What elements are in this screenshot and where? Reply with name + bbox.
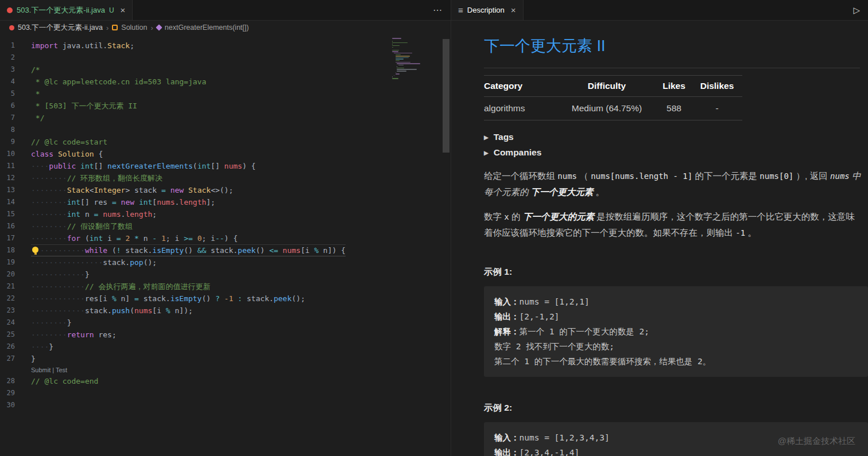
more-actions-icon[interactable]: ⋯ bbox=[433, 5, 443, 15]
chevron-right-icon: ▶ bbox=[484, 134, 489, 141]
minimap[interactable] bbox=[392, 38, 440, 83]
line-number: 6 bbox=[0, 100, 31, 112]
code-line-content: ············} bbox=[31, 268, 90, 280]
line-number: 13 bbox=[0, 184, 31, 196]
problem-title: 下一个更大元素 II bbox=[484, 36, 868, 56]
line-number: 9 bbox=[0, 136, 31, 148]
example-key: 输入： bbox=[494, 433, 520, 442]
editor-scrollbar[interactable] bbox=[441, 34, 451, 456]
example-line: 输入：nums = [1,2,1] bbox=[494, 294, 858, 309]
codelens-actions[interactable]: Submit | Test bbox=[0, 365, 391, 375]
code-line[interactable]: 1import java.util.Stack; bbox=[0, 40, 391, 52]
stats-category: algorithms bbox=[484, 97, 557, 120]
minimap-line bbox=[396, 72, 396, 73]
code-line-content: ············while (! stack.isEmpty() && … bbox=[31, 244, 346, 256]
code-line[interactable]: 10class Solution { bbox=[0, 148, 391, 160]
code-line[interactable]: 5 * bbox=[0, 88, 391, 100]
companies-toggle[interactable]: ▶ Companies bbox=[484, 147, 868, 158]
lightbulb-icon[interactable] bbox=[31, 246, 41, 255]
companies-label: Companies bbox=[494, 147, 542, 158]
minimap-line bbox=[392, 51, 398, 52]
minimap-line bbox=[397, 69, 416, 70]
scrollbar-thumb[interactable] bbox=[443, 39, 450, 153]
line-number: 16 bbox=[0, 220, 31, 232]
code-lines: 1import java.util.Stack;23/*4 * @lc app=… bbox=[0, 40, 391, 411]
code-line[interactable]: 17········for (int i = 2 * n - 1; i >= 0… bbox=[0, 232, 391, 244]
line-number: 14 bbox=[0, 196, 31, 208]
code-line-content: ········// 环形数组，翻倍长度解决 bbox=[31, 172, 162, 184]
code-line[interactable]: 15········int n = nums.length; bbox=[0, 208, 391, 220]
code-line[interactable]: 11····public int[] nextGreaterElements(i… bbox=[0, 160, 391, 172]
code-line[interactable]: 18············while (! stack.isEmpty() &… bbox=[0, 244, 391, 256]
minimap-line bbox=[397, 66, 397, 67]
breadcrumb: 503.下一个更大元素-ii.java › Solution › nextGre… bbox=[0, 21, 451, 34]
code-line-content: ········return res; bbox=[31, 329, 117, 341]
description-tab-label: Description bbox=[467, 6, 505, 14]
code-line[interactable]: 20············} bbox=[0, 268, 391, 280]
breadcrumb-file[interactable]: 503.下一个更大元素-ii.java bbox=[18, 23, 103, 33]
code-line[interactable]: 24········} bbox=[0, 317, 391, 329]
line-number: 27 bbox=[0, 353, 31, 365]
code-line[interactable]: 12········// 环形数组，翻倍长度解决 bbox=[0, 172, 391, 184]
code-line[interactable]: 22············res[i % n] = stack.isEmpty… bbox=[0, 293, 391, 305]
breadcrumb-class[interactable]: Solution bbox=[121, 24, 147, 32]
run-icon[interactable]: ▷ bbox=[853, 5, 860, 15]
breadcrumb-method[interactable]: nextGreaterElements(int[]) bbox=[165, 24, 249, 32]
line-number: 11 bbox=[0, 160, 31, 172]
panel-tabbar: ≡ Description × ▷ bbox=[451, 0, 868, 21]
code-line[interactable]: 4 * @lc app=leetcode.cn id=503 lang=java bbox=[0, 76, 391, 88]
tags-toggle[interactable]: ▶ Tags bbox=[484, 132, 868, 142]
example-block: 输入：nums = [1,2,1]输出：[2,-1,2]解释：第一个 1 的下一… bbox=[484, 286, 868, 377]
code-line-content: ············stack.push(nums[i % n]); bbox=[31, 305, 193, 317]
code-line-content: ········int n = nums.length; bbox=[31, 208, 157, 220]
line-number: 21 bbox=[0, 280, 31, 293]
minimap-line bbox=[398, 65, 403, 66]
code-line[interactable]: 14········int[] res = new int[nums.lengt… bbox=[0, 196, 391, 208]
code-line[interactable]: 9// @lc code=start bbox=[0, 136, 391, 148]
minimap-line bbox=[397, 71, 406, 72]
example-key: 解释： bbox=[494, 327, 520, 336]
minimap-line bbox=[392, 76, 393, 77]
minimap-line bbox=[397, 63, 420, 64]
code-line[interactable]: 30 bbox=[0, 399, 391, 411]
code-line[interactable]: 16········// 假设翻倍了数组 bbox=[0, 220, 391, 232]
code-line-content: /* bbox=[31, 64, 40, 76]
example-label: 示例 2: bbox=[484, 402, 868, 414]
code-line[interactable]: 23············stack.push(nums[i % n]); bbox=[0, 305, 391, 317]
code-line-content: // @lc code=end bbox=[31, 375, 98, 387]
code-line[interactable]: 13········Stack<Integer> stack = new Sta… bbox=[0, 184, 391, 196]
code-line-content: * @lc app=leetcode.cn id=503 lang=java bbox=[31, 76, 206, 88]
line-number: 3 bbox=[0, 64, 31, 76]
code-line[interactable]: 3/* bbox=[0, 64, 391, 76]
code-line[interactable]: 8 bbox=[0, 124, 391, 136]
code-line[interactable]: 25········return res; bbox=[0, 329, 391, 341]
example-key: 输入： bbox=[494, 297, 520, 306]
tab-close-icon[interactable]: × bbox=[121, 5, 126, 15]
code-line[interactable]: 21············// 会执行两遍，对前面的值进行更新 bbox=[0, 280, 391, 293]
code-line[interactable]: 29 bbox=[0, 387, 391, 399]
minimap-line bbox=[396, 60, 400, 61]
code-line-content: // @lc code=start bbox=[31, 136, 107, 148]
editor-tab[interactable]: 503.下一个更大元素-ii.java U × bbox=[0, 0, 133, 20]
tab-title: 503.下一个更大元素-ii.java bbox=[17, 5, 105, 15]
code-line[interactable]: 27} bbox=[0, 353, 391, 365]
code-line[interactable]: 28// @lc code=end bbox=[0, 375, 391, 387]
code-editor[interactable]: 1import java.util.Stack;23/*4 * @lc app=… bbox=[0, 34, 451, 456]
list-icon: ≡ bbox=[458, 5, 463, 15]
minimap-line bbox=[392, 47, 393, 48]
tab-close-icon[interactable]: × bbox=[511, 5, 516, 15]
description-pane: ≡ Description × ▷ 下一个更大元素 II Category Di… bbox=[451, 0, 868, 456]
code-line-content: ············res[i % n] = stack.isEmpty()… bbox=[31, 293, 305, 305]
minimap-line bbox=[392, 38, 401, 39]
example-key: 输出： bbox=[494, 312, 520, 321]
code-line-content: ········for (int i = 2 * n - 1; i >= 0; … bbox=[31, 232, 238, 244]
code-line[interactable]: 2 bbox=[0, 52, 391, 64]
description-tab[interactable]: ≡ Description × bbox=[451, 0, 524, 20]
code-line-content: ····public int[] nextGreaterElements(int… bbox=[31, 160, 255, 172]
code-line[interactable]: 19················stack.pop(); bbox=[0, 256, 391, 268]
minimap-line bbox=[392, 45, 400, 46]
code-line[interactable]: 7 */ bbox=[0, 112, 391, 124]
stats-row: algorithms Medium (64.75%) 588 - bbox=[484, 97, 742, 120]
code-line[interactable]: 26····} bbox=[0, 341, 391, 353]
code-line[interactable]: 6 * [503] 下一个更大元素 II bbox=[0, 100, 391, 112]
